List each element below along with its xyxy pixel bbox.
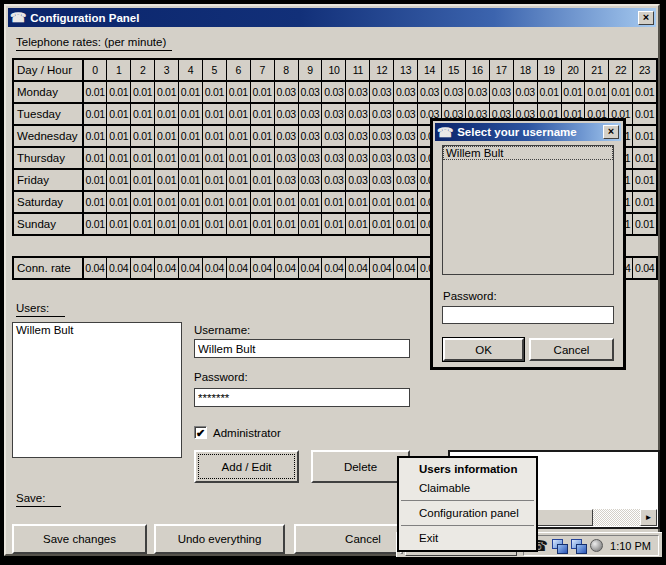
rate-cell[interactable]: 0.03 [370, 103, 394, 125]
rate-cell[interactable]: 0.01 [155, 169, 179, 191]
rate-cell[interactable]: 0.03 [274, 103, 298, 125]
dialog-close-icon[interactable]: × [603, 125, 619, 139]
rate-cell[interactable]: 0.01 [107, 191, 131, 213]
rate-cell[interactable]: 0.03 [418, 81, 442, 103]
rate-cell[interactable]: 0.03 [298, 81, 322, 103]
menu-item-users-information[interactable]: Users information [399, 460, 536, 479]
rate-cell[interactable]: 0.01 [609, 81, 633, 103]
rate-cell[interactable]: 0.01 [131, 191, 155, 213]
rate-cell[interactable]: 0.04 [107, 257, 131, 279]
rate-cell[interactable]: 0.03 [346, 81, 370, 103]
rate-cell[interactable]: 0.01 [250, 81, 274, 103]
rate-cell[interactable]: 0.01 [155, 191, 179, 213]
dialog-cancel-button[interactable]: Cancel [529, 338, 614, 361]
rate-cell[interactable]: 0.01 [346, 191, 370, 213]
rate-cell[interactable]: 0.01 [107, 147, 131, 169]
username-input[interactable] [194, 339, 410, 358]
rate-cell[interactable]: 0.01 [107, 103, 131, 125]
rate-cell[interactable]: 0.01 [226, 213, 250, 235]
rate-cell[interactable]: 0.01 [202, 213, 226, 235]
rate-cell[interactable]: 0.01 [226, 191, 250, 213]
rate-cell[interactable]: 0.03 [322, 147, 346, 169]
rate-cell[interactable]: 0.03 [322, 125, 346, 147]
rate-cell[interactable]: 0.01 [83, 103, 107, 125]
rate-cell[interactable]: 0.01 [83, 169, 107, 191]
rate-cell[interactable]: 0.04 [226, 257, 250, 279]
rate-cell[interactable]: 0.01 [250, 103, 274, 125]
rate-cell[interactable]: 0.03 [513, 81, 537, 103]
rate-cell[interactable]: 0.01 [155, 213, 179, 235]
rate-cell[interactable]: 0.01 [274, 213, 298, 235]
rate-cell[interactable]: 0.01 [131, 125, 155, 147]
rate-cell[interactable]: 0.01 [633, 169, 657, 191]
username-listbox[interactable]: Willem Bult [442, 145, 614, 275]
close-icon[interactable]: × [638, 11, 654, 25]
menu-item-configuration-panel[interactable]: Configuration panel [399, 504, 536, 523]
rate-cell[interactable]: 0.01 [107, 125, 131, 147]
rate-cell[interactable]: 0.03 [394, 125, 418, 147]
menu-item-claimable[interactable]: Claimable [399, 479, 536, 498]
ok-button[interactable]: OK [443, 338, 524, 361]
rate-cell[interactable]: 0.04 [322, 257, 346, 279]
dialog-username-item[interactable]: Willem Bult [443, 146, 613, 160]
rate-cell[interactable]: 0.01 [394, 191, 418, 213]
rate-cell[interactable]: 0.03 [298, 103, 322, 125]
rate-cell[interactable]: 0.01 [131, 103, 155, 125]
rate-cell[interactable]: 0.01 [633, 125, 657, 147]
rate-cell[interactable]: 0.04 [633, 257, 657, 279]
add-edit-button[interactable]: Add / Edit [194, 450, 299, 483]
rate-cell[interactable]: 0.01 [155, 125, 179, 147]
rate-cell[interactable]: 0.01 [322, 213, 346, 235]
rate-cell[interactable]: 0.03 [394, 147, 418, 169]
rate-cell[interactable]: 0.03 [298, 169, 322, 191]
rate-cell[interactable]: 0.03 [346, 169, 370, 191]
rate-cell[interactable]: 0.03 [322, 81, 346, 103]
rate-cell[interactable]: 0.01 [250, 213, 274, 235]
rate-cell[interactable]: 0.01 [250, 147, 274, 169]
delete-button[interactable]: Delete [311, 450, 410, 483]
rate-cell[interactable]: 0.01 [202, 125, 226, 147]
rate-cell[interactable]: 0.01 [226, 103, 250, 125]
rate-cell[interactable]: 0.01 [131, 213, 155, 235]
rate-cell[interactable]: 0.01 [83, 125, 107, 147]
rate-cell[interactable]: 0.01 [226, 147, 250, 169]
rate-cell[interactable]: 0.03 [394, 103, 418, 125]
rate-cell[interactable]: 0.01 [202, 103, 226, 125]
taskbar-clock[interactable]: 1:10 PM [607, 540, 651, 552]
rate-cell[interactable]: 0.01 [370, 213, 394, 235]
rate-cell[interactable]: 0.03 [370, 125, 394, 147]
rate-cell[interactable]: 0.01 [298, 213, 322, 235]
rate-cell[interactable]: 0.01 [179, 213, 203, 235]
dialog-password-input[interactable] [442, 306, 614, 324]
rate-cell[interactable]: 0.01 [633, 81, 657, 103]
rate-cell[interactable]: 0.03 [465, 81, 489, 103]
rate-cell[interactable]: 0.03 [394, 81, 418, 103]
rate-cell[interactable]: 0.01 [131, 81, 155, 103]
rate-cell[interactable]: 0.01 [107, 169, 131, 191]
rate-cell[interactable]: 0.01 [179, 169, 203, 191]
network-icon-2[interactable] [571, 539, 586, 553]
menu-item-exit[interactable]: Exit [399, 529, 536, 548]
rate-cell[interactable]: 0.04 [346, 257, 370, 279]
title-bar[interactable]: ☎ Configuration Panel × [8, 8, 656, 27]
rate-cell[interactable]: 0.01 [226, 81, 250, 103]
rate-cell[interactable]: 0.03 [298, 147, 322, 169]
rate-cell[interactable]: 0.03 [298, 125, 322, 147]
rate-cell[interactable]: 0.01 [107, 213, 131, 235]
rate-cell[interactable]: 0.01 [298, 191, 322, 213]
rate-cell[interactable]: 0.01 [250, 191, 274, 213]
rate-cell[interactable]: 0.03 [322, 169, 346, 191]
rate-cell[interactable]: 0.03 [322, 103, 346, 125]
users-list-item[interactable]: Willem Bult [13, 323, 181, 337]
rate-cell[interactable]: 0.01 [202, 169, 226, 191]
rate-cell[interactable]: 0.03 [274, 81, 298, 103]
rate-cell[interactable]: 0.01 [202, 147, 226, 169]
rate-cell[interactable]: 0.01 [633, 213, 657, 235]
rate-cell[interactable]: 0.01 [274, 191, 298, 213]
rate-cell[interactable]: 0.01 [179, 147, 203, 169]
rate-cell[interactable]: 0.03 [442, 81, 466, 103]
rate-cell[interactable]: 0.04 [250, 257, 274, 279]
rate-cell[interactable]: 0.03 [370, 81, 394, 103]
rate-cell[interactable]: 0.03 [370, 147, 394, 169]
rate-cell[interactable]: 0.01 [633, 147, 657, 169]
